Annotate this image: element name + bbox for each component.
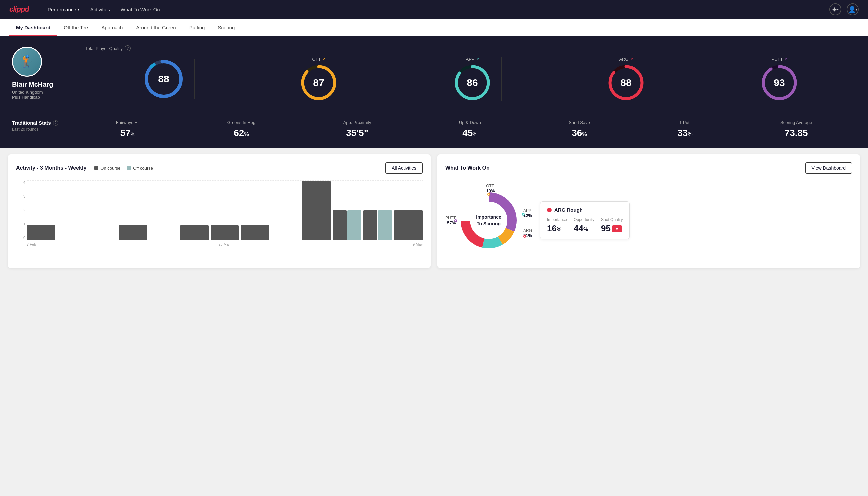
gridline-1: [27, 225, 423, 225]
user-menu-button[interactable]: 👤 ▾: [847, 3, 859, 15]
bar-chart: 0 1 2 3 4: [16, 180, 423, 247]
logo: clippd: [9, 5, 29, 14]
what-to-work-on-panel: What To Work On View Dashboard PUTT 57% …: [437, 154, 860, 268]
gridline-2: [27, 210, 423, 210]
app-donut-label: APP 12%: [523, 208, 532, 218]
legend-off-course: Off course: [127, 166, 153, 171]
info-card-title: ARG Rough: [547, 207, 622, 213]
arg-circle: 88: [607, 64, 644, 101]
x-axis: 7 Feb 28 Mar 9 May: [16, 242, 423, 246]
app-dot: [522, 213, 525, 216]
bar-week-1: [27, 225, 55, 240]
stat-up-down: Up & Down 45%: [459, 120, 481, 138]
ott-label: OTT ↗: [312, 57, 326, 62]
metric-shot-quality: Shot Quality 95 ▼: [601, 217, 622, 233]
nav-what-to-work-on[interactable]: What To Work On: [121, 7, 160, 12]
stats-grid: Fairways Hit 57% Greens In Reg 62% App. …: [72, 120, 856, 138]
nav-performance[interactable]: Performance ▾: [48, 7, 80, 12]
tab-off-the-tee[interactable]: Off the Tee: [57, 19, 95, 36]
add-button[interactable]: ⊕ ▾: [830, 3, 841, 15]
bar-week-8: [241, 225, 269, 240]
trad-help-icon[interactable]: ?: [53, 120, 58, 126]
bar-week-13: [394, 210, 423, 240]
app-value: 86: [467, 77, 478, 88]
player-country: United Kingdom: [12, 90, 85, 95]
ott-circle: 87: [300, 64, 337, 101]
hero-section: 🏌️ Blair McHarg United Kingdom Plus Hand…: [0, 36, 868, 112]
nav-right-actions: ⊕ ▾ 👤 ▾: [830, 3, 859, 15]
shot-quality-badge: ▼: [612, 225, 622, 232]
putt-label: PUTT ↗: [772, 57, 787, 62]
info-card: ARG Rough Importance 16% Opportunity 44%…: [540, 201, 630, 239]
tab-approach[interactable]: Approach: [95, 19, 129, 36]
chart-legend: On course Off course: [94, 166, 153, 171]
putt-value: 93: [774, 77, 785, 88]
score-app: APP ↗ 86: [443, 57, 502, 101]
off-course-dot: [127, 166, 131, 170]
metric-opportunity: Opportunity 44%: [573, 217, 594, 233]
putt-circle: 93: [761, 64, 798, 101]
all-activities-button[interactable]: All Activities: [385, 162, 423, 173]
bottom-panels: Activity - 3 Months - Weekly On course O…: [0, 148, 868, 275]
wtwon-header: What To Work On View Dashboard: [445, 162, 852, 173]
bar-week-4: [119, 225, 147, 240]
y-axis: 0 1 2 3 4: [16, 180, 25, 240]
legend-on-course: On course: [94, 166, 120, 171]
svg-text:Importance: Importance: [476, 214, 501, 219]
activity-panel-title: Activity - 3 Months - Weekly: [16, 165, 86, 171]
score-ott: OTT ↗ 87: [290, 57, 348, 101]
traditional-stats-label: Traditional Stats ? Last 20 rounds: [12, 120, 72, 131]
donut-chart-wrap: PUTT 57% OTT 10% APP 12% ARG 21%: [445, 180, 532, 260]
bar-week-11: [333, 210, 361, 240]
view-dashboard-button[interactable]: View Dashboard: [805, 162, 852, 173]
bar-week-12: [363, 210, 392, 240]
score-putt: PUTT ↗ 93: [751, 57, 808, 101]
stats-bar: Traditional Stats ? Last 20 rounds Fairw…: [0, 112, 868, 148]
tab-scoring[interactable]: Scoring: [211, 19, 241, 36]
putt-trend-icon: ↗: [784, 57, 787, 61]
gridline-0: [27, 240, 423, 240]
bars-container: 0 1 2 3 4: [16, 180, 423, 240]
stat-app-proximity: App. Proximity 35'5": [343, 120, 372, 138]
info-card-dot: [547, 207, 552, 212]
score-overall: 88: [133, 59, 194, 99]
stat-greens-in-reg: Greens In Reg 62%: [227, 120, 256, 138]
gridline-4: [27, 180, 423, 181]
overall-circle: 88: [144, 59, 184, 99]
metric-importance: Importance 16%: [547, 217, 567, 233]
app-circle: 86: [454, 64, 491, 101]
arg-label: ARG ↗: [619, 57, 632, 62]
avatar: 🏌️: [12, 47, 42, 77]
scores-section: Total Player Quality ? 88: [85, 45, 856, 101]
on-course-dot: [94, 166, 98, 170]
svg-text:To Scoring: To Scoring: [477, 221, 501, 226]
tab-putting[interactable]: Putting: [183, 19, 211, 36]
info-metrics: Importance 16% Opportunity 44% Shot Qual…: [547, 217, 622, 233]
donut-section: PUTT 57% OTT 10% APP 12% ARG 21%: [445, 180, 852, 260]
arg-dot: [523, 235, 526, 237]
stat-scoring-average: Scoring Average 73.85: [780, 120, 812, 138]
tab-my-dashboard[interactable]: My Dashboard: [9, 19, 57, 36]
donut-svg: Importance To Scoring: [455, 187, 522, 253]
nav-activities[interactable]: Activities: [90, 7, 110, 12]
stat-fairways-hit: Fairways Hit 57%: [116, 120, 140, 138]
top-navigation: clippd Performance ▾ Activities What To …: [0, 0, 868, 19]
bar-week-10: [302, 181, 331, 240]
ott-dot: [487, 193, 490, 196]
score-arg: ARG ↗ 88: [597, 57, 655, 101]
app-label: APP ↗: [465, 57, 479, 62]
putt-dot: [454, 219, 457, 222]
chevron-down-icon: ▾: [78, 7, 80, 12]
app-trend-icon: ↗: [476, 57, 479, 61]
shot-quality-value: 95 ▼: [601, 223, 622, 233]
stat-1-putt: 1 Putt 33%: [678, 120, 693, 138]
player-handicap: Plus Handicap: [12, 95, 85, 99]
wtwon-title: What To Work On: [445, 165, 490, 171]
tab-around-the-green[interactable]: Around the Green: [129, 19, 182, 36]
arg-trend-icon: ↗: [630, 57, 633, 61]
activity-panel: Activity - 3 Months - Weekly On course O…: [8, 154, 431, 268]
tpq-help-icon[interactable]: ?: [125, 45, 130, 51]
player-info: 🏌️ Blair McHarg United Kingdom Plus Hand…: [12, 47, 85, 99]
trad-period: Last 20 rounds: [12, 127, 72, 131]
bar-week-7: [210, 225, 239, 240]
